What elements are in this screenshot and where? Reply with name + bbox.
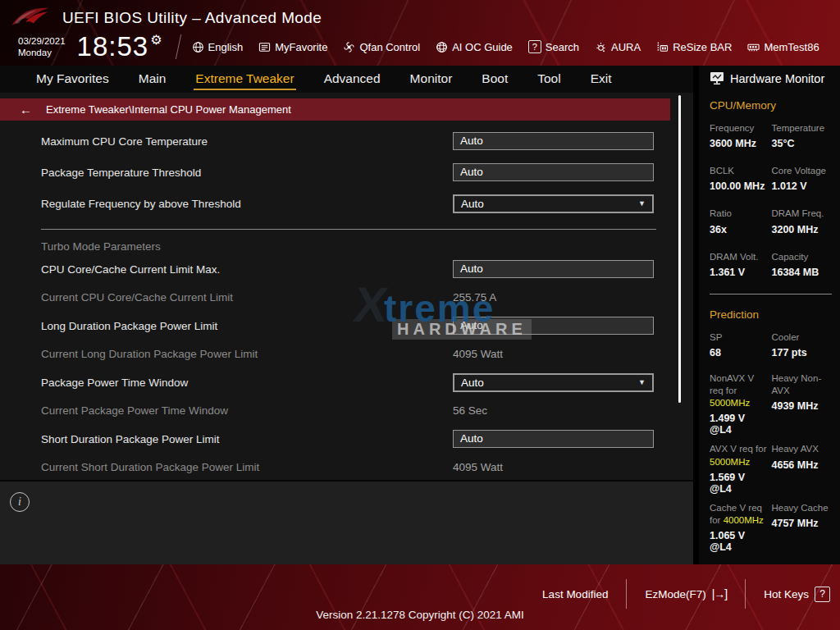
- search-button[interactable]: ? Search: [528, 40, 579, 53]
- bottom-bar: Last Modified EzMode(F7) |→] Hot Keys ? …: [0, 564, 840, 630]
- aura-button[interactable]: AURA: [595, 41, 641, 53]
- ai-oc-guide-icon: [436, 41, 448, 53]
- setting-row: Maximum CPU Core Temperature Auto: [0, 126, 693, 157]
- setting-label: CPU Core/Cache Current Limit Max.: [41, 263, 453, 276]
- setting-row: Short Duration Package Power Limit Auto: [0, 423, 693, 454]
- footer-actions: Last Modified EzMode(F7) |→] Hot Keys ?: [542, 579, 830, 609]
- setting-label: Short Duration Package Power Limit: [41, 433, 453, 445]
- setting-select[interactable]: Auto ▼: [453, 194, 654, 213]
- tab-advanced[interactable]: Advanced: [322, 68, 382, 90]
- clock-settings-gear-icon[interactable]: ⚙: [150, 33, 162, 47]
- sidebar-divider: [710, 294, 832, 294]
- stat-row: SP68 Cooler177 pts: [710, 331, 833, 358]
- tab-boot[interactable]: Boot: [480, 68, 509, 90]
- resize-bar-button[interactable]: ReSize BAR: [656, 41, 732, 53]
- qfan-control-icon: [343, 41, 355, 53]
- stat-row: Ratio36x DRAM Freq.3200 MHz: [710, 208, 833, 235]
- hardware-monitor-sidebar: Hardware Monitor CPU/Memory Frequency360…: [693, 66, 840, 566]
- setting-row-readonly: Current CPU Core/Cache Current Limit 255…: [0, 285, 693, 310]
- chevron-down-icon: ▼: [638, 378, 646, 386]
- setting-value: 255.75 A: [453, 291, 496, 304]
- description-panel: i: [0, 480, 693, 564]
- setting-input[interactable]: Auto: [453, 317, 654, 335]
- breadcrumb: ← Extreme Tweaker\Internal CPU Power Man…: [0, 98, 670, 121]
- setting-label: Current Package Power Time Window: [41, 404, 453, 417]
- rog-logo-icon: [10, 5, 51, 31]
- my-favorite-icon: [258, 41, 271, 53]
- question-icon: ?: [815, 587, 830, 602]
- setting-input[interactable]: Auto: [453, 163, 654, 181]
- stat-row: BCLK100.00 MHz Core Voltage1.012 V: [710, 165, 833, 192]
- resize-bar-icon: [656, 41, 669, 53]
- tab-my-favorites[interactable]: My Favorites: [34, 68, 111, 90]
- setting-value: 56 Sec: [453, 404, 487, 417]
- hardware-monitor-title: Hardware Monitor: [710, 71, 833, 85]
- date-display: 03/29/2021 Monday: [18, 35, 66, 59]
- stat-row: Frequency3600 MHz Temperature35°C: [710, 122, 833, 149]
- footer-divider: [626, 579, 627, 609]
- tab-tool[interactable]: Tool: [536, 68, 562, 90]
- footer-divider: [745, 579, 746, 609]
- setting-value: 4095 Watt: [453, 461, 503, 473]
- setting-label: Maximum CPU Core Temperature: [41, 135, 453, 148]
- last-modified-button[interactable]: Last Modified: [542, 588, 608, 600]
- tab-monitor[interactable]: Monitor: [409, 68, 454, 90]
- setting-label: Current CPU Core/Cache Current Limit: [41, 291, 453, 304]
- setting-value: 4095 Watt: [453, 348, 503, 360]
- setting-input[interactable]: Auto: [453, 260, 654, 278]
- setting-row: Long Duration Package Power Limit Auto: [0, 310, 693, 341]
- setting-label: Regulate Frequency by above Threshold: [41, 198, 453, 210]
- tab-exit[interactable]: Exit: [589, 68, 614, 90]
- time-display: 18:53⚙: [77, 31, 163, 62]
- stat-row: AVX V req for 5000MHz1.569 V @L4 Heavy A…: [710, 443, 833, 494]
- setting-row: CPU Core/Cache Current Limit Max. Auto: [0, 253, 693, 285]
- ai-oc-guide-button[interactable]: AI OC Guide: [436, 41, 513, 53]
- setting-row-readonly: Current Long Duration Package Power Limi…: [0, 341, 693, 367]
- setting-label: Package Temperature Threshold: [41, 167, 453, 179]
- section-heading-prediction: Prediction: [710, 308, 833, 321]
- qfan-control-button[interactable]: Qfan Control: [343, 41, 420, 53]
- section-header: Turbo Mode Parameters: [41, 229, 656, 253]
- settings-panel: ← Extreme Tweaker\Internal CPU Power Man…: [0, 93, 693, 480]
- back-arrow-icon[interactable]: ←: [20, 103, 32, 116]
- setting-row-readonly: Current Package Power Time Window 56 Sec: [0, 398, 693, 423]
- aura-icon: [595, 41, 607, 53]
- language-globe-icon: [192, 41, 204, 53]
- app-title: UEFI BIOS Utility – Advanced Mode: [62, 9, 322, 27]
- stat-row: Cache V req for 4000MHz1.065 V @L4 Heavy…: [710, 502, 833, 553]
- setting-select[interactable]: Auto ▼: [453, 373, 654, 392]
- info-icon: i: [10, 492, 30, 512]
- hot-keys-button[interactable]: Hot Keys ?: [764, 587, 830, 602]
- setting-label: Long Duration Package Power Limit: [41, 320, 453, 332]
- bios-screen: UEFI BIOS Utility – Advanced Mode 03/29/…: [0, 0, 840, 630]
- setting-row-readonly: Current Short Duration Package Power Lim…: [0, 454, 693, 480]
- tab-extreme-tweaker[interactable]: Extreme Tweaker: [194, 68, 295, 90]
- setting-row: Package Temperature Threshold Auto: [0, 157, 693, 188]
- setting-input[interactable]: Auto: [453, 132, 654, 150]
- chevron-down-icon: ▼: [638, 199, 646, 208]
- memtest-icon: [747, 41, 760, 53]
- breadcrumb-path: Extreme Tweaker\Internal CPU Power Manag…: [46, 103, 291, 116]
- memtest-button[interactable]: MemTest86: [747, 41, 819, 53]
- scrollbar[interactable]: [678, 95, 681, 403]
- stat-row: NonAVX V req for 5000MHz1.499 V @L4 Heav…: [710, 372, 833, 436]
- language-button[interactable]: English: [192, 41, 244, 53]
- setting-row: Regulate Frequency by above Threshold Au…: [0, 188, 693, 219]
- section-heading-cpu-memory: CPU/Memory: [710, 99, 833, 112]
- setting-row: Package Power Time Window Auto ▼: [0, 367, 693, 398]
- settings-rows: Maximum CPU Core Temperature Auto Packag…: [0, 126, 693, 480]
- toolbar-divider: [175, 34, 180, 59]
- stat-row: DRAM Volt.1.361 V Capacity16384 MB: [710, 251, 833, 278]
- tab-main[interactable]: Main: [137, 68, 168, 90]
- ezmode-button[interactable]: EzMode(F7) |→]: [645, 587, 727, 600]
- my-favorite-button[interactable]: MyFavorite: [258, 41, 327, 53]
- version-text: Version 2.21.1278 Copyright (C) 2021 AMI: [0, 609, 840, 621]
- search-icon: ?: [528, 40, 541, 53]
- setting-label: Package Power Time Window: [41, 377, 453, 389]
- monitor-icon: [710, 71, 725, 85]
- top-banner: UEFI BIOS Utility – Advanced Mode 03/29/…: [0, 0, 840, 66]
- enter-ezmode-icon: |→]: [712, 587, 728, 600]
- setting-input[interactable]: Auto: [453, 430, 654, 448]
- setting-label: Current Long Duration Package Power Limi…: [41, 348, 453, 360]
- setting-label: Current Short Duration Package Power Lim…: [41, 461, 453, 473]
